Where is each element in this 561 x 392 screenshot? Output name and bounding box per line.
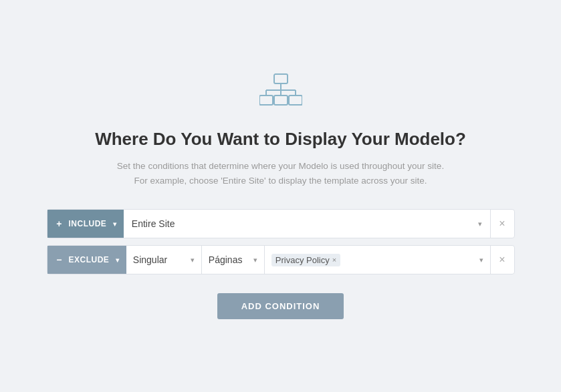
hierarchy-icon-area — [259, 73, 302, 116]
include-select-area[interactable]: Entire Site Custom Front Page Archive Si… — [124, 210, 490, 238]
svg-rect-0 — [274, 74, 288, 83]
exclude-select2-segment[interactable]: Páginas Posts Custom ▾ — [202, 246, 265, 274]
exclude-condition-row: − EXCLUDE ▾ Singular Archive Front Page … — [47, 245, 515, 274]
exclude-select1[interactable]: Singular Archive Front Page — [133, 254, 195, 265]
exclude-tag-item: Privacy Policy × — [271, 254, 340, 266]
svg-rect-7 — [274, 95, 288, 105]
exclude-tag-label: Privacy Policy — [275, 255, 330, 265]
add-condition-button[interactable]: ADD CONDITION — [217, 293, 344, 319]
page-title: Where Do You Want to Display Your Modelo… — [95, 129, 466, 150]
include-type-button[interactable]: + INCLUDE ▾ — [47, 210, 124, 238]
exclude-tag-remove-icon[interactable]: × — [332, 256, 336, 264]
exclude-tag-select-segment[interactable]: Privacy Policy × ▾ — [265, 246, 490, 274]
include-icon: + — [54, 218, 65, 229]
include-label: INCLUDE — [69, 219, 107, 228]
exclude-type-button[interactable]: − EXCLUDE ▾ — [47, 246, 126, 274]
exclude-selects-group: Singular Archive Front Page ▾ Páginas Po… — [126, 246, 490, 274]
exclude-tag-chevron-icon: ▾ — [479, 256, 483, 264]
exclude-select2[interactable]: Páginas Posts Custom — [209, 254, 257, 265]
exclude-icon: − — [54, 254, 65, 265]
include-chevron-icon: ▾ — [113, 220, 117, 228]
include-close-button[interactable]: × — [490, 210, 514, 238]
exclude-close-button[interactable]: × — [490, 246, 514, 274]
svg-rect-8 — [289, 95, 302, 105]
include-condition-row: + INCLUDE ▾ Entire Site Custom Front Pag… — [47, 209, 515, 238]
exclude-label: EXCLUDE — [69, 255, 110, 264]
svg-rect-6 — [259, 95, 273, 105]
main-container: Where Do You Want to Display Your Modelo… — [0, 59, 561, 333]
exclude-select1-segment[interactable]: Singular Archive Front Page ▾ — [126, 246, 202, 274]
conditions-area: + INCLUDE ▾ Entire Site Custom Front Pag… — [47, 209, 515, 274]
page-subtitle: Set the conditions that determine where … — [117, 159, 444, 188]
exclude-chevron-icon: ▾ — [116, 256, 120, 264]
include-select[interactable]: Entire Site Custom Front Page Archive Si… — [132, 218, 482, 229]
